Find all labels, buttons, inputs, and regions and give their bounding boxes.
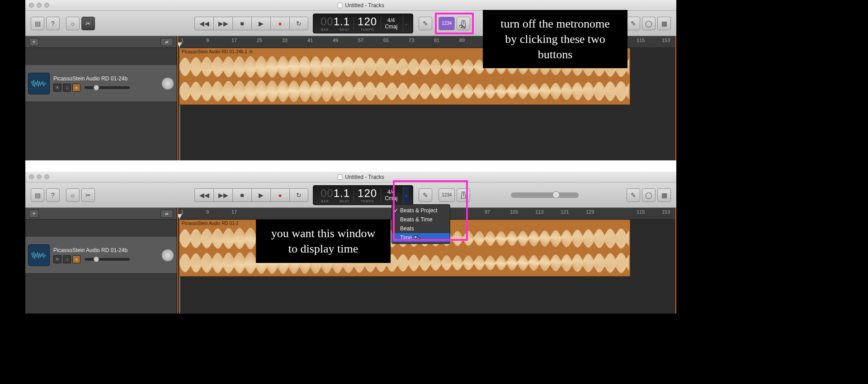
lcd-bar-dim: 00 [321, 15, 334, 28]
window-title: Untitled - Tracks [345, 174, 384, 180]
window-title: Untitled - Tracks [345, 2, 384, 9]
window-traffic-lights[interactable] [29, 3, 49, 8]
track-header[interactable]: PicassoStein Audio RD 01-24b ✕ ♫ ◉ [25, 237, 177, 274]
loops-button[interactable]: ◯ [642, 17, 656, 30]
annotation-text: turn off the metronome by clicking these… [483, 10, 627, 68]
lcd-position[interactable]: 1.1 [334, 187, 350, 199]
lcd-display[interactable]: 001.1 BARBEAT 120 TEMPO 4/4 Cmaj ⌄ [313, 14, 413, 33]
minimize-window-icon[interactable] [37, 174, 42, 179]
ruler-mark: 9 [206, 209, 209, 215]
ruler-mark: 113 [535, 209, 543, 215]
input-monitor-button[interactable]: ◉ [72, 255, 80, 263]
lcd-mode-dropdown[interactable]: ⌄ [403, 15, 409, 32]
ruler-mark: 49 [333, 37, 338, 43]
lcd-timesig[interactable]: 4/4 [387, 17, 395, 23]
waveform [179, 252, 630, 274]
mute-button[interactable]: ✕ [53, 255, 61, 263]
stop-button[interactable]: ■ [232, 188, 251, 202]
playhead-icon[interactable] [177, 42, 182, 47]
notepad-button[interactable]: ✎ [627, 17, 640, 30]
lcd-tempo[interactable]: 120 [358, 15, 377, 28]
ruler-mark: 17 [231, 37, 237, 43]
close-window-icon[interactable] [29, 174, 34, 179]
play-button[interactable]: ▶ [251, 17, 270, 30]
track-name[interactable]: PicassoStein Audio RD 01-24b [53, 75, 158, 82]
cycle-button[interactable]: ↻ [289, 17, 308, 30]
tuner-button[interactable]: ✎ [419, 17, 432, 30]
ruler-mark: 73 [409, 37, 414, 43]
rewind-button[interactable]: ◀◀ [194, 17, 213, 30]
input-monitor-button[interactable]: ◉ [72, 84, 80, 92]
ruler-mark: 25 [257, 37, 262, 43]
forward-button[interactable]: ▶▶ [213, 188, 232, 202]
ruler-mark: 121 [561, 209, 569, 215]
audio-track-icon [28, 244, 50, 266]
track-headers-area: + ⇄ PicassoStein Audio RD 01-24b ✕ ♫ ◉ [25, 36, 177, 160]
media-button[interactable]: ▦ [657, 17, 671, 30]
help-button[interactable]: ? [46, 17, 60, 30]
add-track-button[interactable]: + [29, 38, 39, 46]
forward-button[interactable]: ▶▶ [213, 17, 232, 30]
ruler-mark: 105 [510, 209, 518, 215]
track-volume-slider[interactable] [85, 258, 130, 261]
editors-button[interactable]: ✂ [81, 188, 95, 202]
record-button[interactable]: ● [270, 188, 289, 202]
loop-icon: ⟳ [249, 49, 253, 54]
mute-button[interactable]: ✕ [53, 84, 61, 92]
document-icon [338, 174, 342, 180]
track-filter-button[interactable]: ⇄ [160, 210, 173, 218]
help-button[interactable]: ? [46, 188, 60, 202]
ruler-mark: 81 [434, 37, 439, 43]
annotation-highlight [393, 180, 468, 241]
editors-button[interactable]: ✂ [81, 17, 95, 30]
minimize-window-icon[interactable] [37, 3, 42, 8]
annotation-text: you want this window to display time [256, 220, 391, 263]
smart-controls-button[interactable]: ☼ [66, 17, 80, 30]
lcd-position[interactable]: 1.1 [334, 15, 350, 28]
track-filter-button[interactable]: ⇄ [160, 38, 173, 46]
solo-button[interactable]: ♫ [63, 255, 71, 263]
ruler-mark: 41 [307, 37, 313, 43]
zoom-window-icon[interactable] [44, 3, 49, 8]
track-header[interactable]: PicassoStein Audio RD 01-24b ✕ ♫ ◉ [25, 65, 177, 102]
ruler-mark: 97 [485, 209, 490, 215]
library-button[interactable]: ▤ [31, 17, 44, 30]
add-track-button[interactable]: + [29, 210, 39, 218]
titlebar: Untitled - Tracks [25, 0, 676, 11]
transport-controls: ◀◀ ▶▶ ■ ▶ ● ↻ [194, 17, 308, 30]
transport-controls: ◀◀ ▶▶ ■ ▶ ● ↻ [194, 188, 308, 202]
record-button[interactable]: ● [270, 17, 289, 30]
master-volume-slider[interactable] [511, 192, 579, 198]
play-button[interactable]: ▶ [251, 188, 270, 202]
ruler-mark: 153 [662, 209, 670, 215]
ruler-mark: 115 [637, 37, 645, 43]
smart-controls-button[interactable]: ☼ [66, 188, 80, 202]
notepad-button[interactable]: ✎ [627, 188, 640, 202]
ruler-mark: 57 [358, 37, 363, 43]
library-button[interactable]: ▤ [31, 188, 44, 202]
close-window-icon[interactable] [29, 3, 34, 8]
loops-button[interactable]: ◯ [642, 188, 656, 202]
lcd-tempo[interactable]: 120 [358, 187, 377, 200]
track-name[interactable]: PicassoStein Audio RD 01-24b [53, 247, 158, 253]
titlebar: Untitled - Tracks [25, 172, 676, 183]
rewind-button[interactable]: ◀◀ [194, 188, 213, 202]
ruler-mark: 65 [383, 37, 389, 43]
solo-button[interactable]: ♫ [63, 84, 71, 92]
zoom-window-icon[interactable] [44, 174, 49, 179]
cycle-button[interactable]: ↻ [289, 188, 308, 202]
pan-knob[interactable] [161, 249, 174, 262]
window-traffic-lights[interactable] [29, 174, 49, 179]
ruler-mark: 33 [282, 37, 288, 43]
document-icon [338, 3, 342, 8]
stop-button[interactable]: ■ [232, 17, 251, 30]
media-button[interactable]: ▦ [657, 188, 671, 202]
audio-track-icon [28, 73, 50, 94]
ruler-mark: 153 [662, 37, 670, 43]
ruler-mark: 115 [637, 209, 645, 215]
lcd-key[interactable]: Cmaj [385, 23, 397, 30]
ruler-mark: 17 [231, 209, 237, 215]
pan-knob[interactable] [161, 77, 174, 90]
track-volume-slider[interactable] [85, 86, 130, 89]
playhead-icon[interactable] [177, 214, 182, 219]
